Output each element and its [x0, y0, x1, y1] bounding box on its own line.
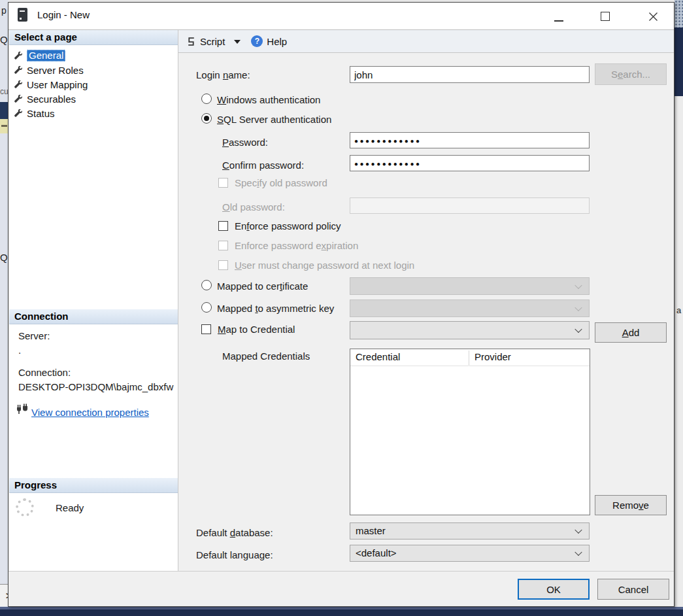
- window-title: Login - New: [37, 9, 90, 20]
- mapped-to-asymmetric-key-label[interactable]: Mapped to asymmetric key: [217, 303, 334, 314]
- script-icon: [186, 37, 196, 46]
- background-status-bar: [0, 607, 683, 616]
- script-button[interactable]: Script: [186, 36, 225, 47]
- sidebar-item-status[interactable]: Status: [9, 106, 178, 120]
- specify-old-password-label: Specify old password: [235, 177, 327, 188]
- background-fragment: cu: [0, 87, 8, 96]
- server-value: .: [18, 345, 21, 356]
- close-button[interactable]: [637, 3, 669, 30]
- help-button-label: Help: [267, 36, 287, 47]
- background-fragment: Q: [0, 34, 8, 45]
- mapped-to-asymmetric-key-radio[interactable]: [201, 302, 212, 313]
- sidebar-divider: [178, 30, 178, 571]
- windows-authentication-radio[interactable]: [201, 94, 212, 104]
- sidebar-item-label: General: [27, 50, 65, 61]
- select-a-page-header: Select a page: [9, 30, 178, 45]
- must-change-password-checkbox: [218, 260, 228, 270]
- enforce-password-expiration-checkbox: [218, 241, 228, 250]
- chevron-down-icon: [575, 281, 582, 288]
- default-language-label: Default language:: [196, 549, 273, 560]
- progress-status: Ready: [56, 502, 84, 513]
- screen: p Q cu Q > a DI Login - New Select a pag…: [0, 0, 683, 616]
- must-change-password-label: User must change password at next login: [235, 260, 414, 271]
- progress-header: Progress: [9, 478, 178, 493]
- background-fragment: Q: [0, 252, 8, 263]
- certificate-combobox: [350, 277, 590, 295]
- map-to-credential-checkbox[interactable]: [201, 324, 211, 334]
- default-language-combobox[interactable]: <default>: [350, 545, 590, 562]
- login-name-input[interactable]: [350, 66, 590, 83]
- enforce-password-expiration-label: Enforce password expiration: [235, 240, 358, 251]
- mapped-to-certificate-label[interactable]: Mapped to certificate: [217, 281, 308, 292]
- chevron-down-icon: [575, 303, 582, 311]
- dialog-toolbar: Script ? Help: [178, 30, 674, 53]
- login-name-label: Login name:: [196, 69, 250, 80]
- view-connection-properties-link[interactable]: View connection properties: [31, 407, 149, 418]
- enforce-password-policy-label[interactable]: Enforce password policy: [235, 220, 341, 231]
- connection-header: Connection: [9, 309, 178, 324]
- help-icon: ?: [251, 35, 263, 47]
- background-fragment: [675, 27, 683, 96]
- sidebar-item-securables[interactable]: Securables: [9, 92, 178, 106]
- mapped-credentials-table[interactable]: Credential Provider: [350, 349, 590, 515]
- old-password-input: [350, 197, 590, 214]
- mapped-to-certificate-radio[interactable]: [201, 280, 212, 290]
- sidebar-item-server-roles[interactable]: Server Roles: [9, 63, 178, 77]
- wrench-icon: [14, 65, 23, 75]
- script-button-label: Script: [200, 36, 225, 47]
- sidebar-item-label: User Mapping: [27, 79, 88, 90]
- footer-divider: [8, 571, 674, 572]
- connection-panel: [9, 324, 178, 478]
- sidebar-item-general[interactable]: General: [9, 48, 178, 63]
- password-input[interactable]: ●●●●●●●●●●●●: [350, 132, 590, 148]
- default-language-value: <default>: [356, 547, 397, 558]
- column-divider: [469, 351, 469, 366]
- confirm-password-input[interactable]: ●●●●●●●●●●●●: [350, 155, 590, 171]
- maximize-icon: [601, 12, 610, 21]
- specify-old-password-checkbox: [218, 178, 228, 188]
- enforce-password-policy-checkbox[interactable]: [218, 221, 228, 231]
- sidebar-item-label: Server Roles: [27, 65, 84, 76]
- sidebar-item-label: Status: [27, 108, 55, 119]
- connection-label: Connection:: [18, 367, 71, 378]
- asymmetric-key-combobox: [350, 299, 590, 317]
- default-database-value: master: [356, 525, 386, 536]
- chevron-down-icon: [234, 40, 241, 47]
- old-password-label: Old password:: [222, 201, 285, 213]
- cancel-button[interactable]: Cancel: [597, 579, 669, 600]
- mapped-credentials-label: Mapped Credentials: [222, 351, 310, 362]
- connection-properties-icon: [15, 403, 29, 415]
- sql-server-authentication-radio[interactable]: [201, 113, 212, 124]
- password-label: Password:: [222, 137, 268, 148]
- background-splitter-grip: [675, 0, 683, 27]
- credential-combobox[interactable]: [350, 321, 590, 339]
- chevron-down-icon: [575, 549, 582, 556]
- confirm-password-label: Confirm password:: [222, 160, 304, 171]
- maximize-button[interactable]: [589, 3, 622, 30]
- server-label: Server:: [18, 330, 50, 341]
- remove-button[interactable]: Remove: [595, 495, 667, 515]
- close-icon: [648, 12, 658, 22]
- map-to-credential-label[interactable]: Map to Credential: [218, 324, 295, 335]
- credential-column-header[interactable]: Credential: [350, 349, 469, 366]
- minimize-button[interactable]: [542, 3, 575, 30]
- windows-authentication-label[interactable]: Windows authentication: [217, 94, 320, 105]
- background-right-strip: a DI: [675, 96, 683, 616]
- chevron-down-icon: [575, 526, 582, 534]
- add-button[interactable]: Add: [595, 322, 667, 343]
- help-button[interactable]: ? Help: [251, 35, 287, 47]
- progress-panel: [9, 493, 178, 571]
- default-database-combobox[interactable]: master: [350, 522, 590, 539]
- ok-button[interactable]: OK: [518, 579, 590, 600]
- provider-column-header[interactable]: Provider: [469, 349, 590, 366]
- wrench-icon: [14, 80, 23, 89]
- default-database-label: Default database:: [196, 527, 273, 538]
- sidebar-item-user-mapping[interactable]: User Mapping: [9, 77, 178, 92]
- sql-server-authentication-label[interactable]: SQL Server authentication: [217, 114, 331, 125]
- background-fragment: p: [1, 5, 7, 16]
- minimize-icon: [554, 20, 563, 22]
- sidebar-item-label: Securables: [27, 94, 76, 105]
- progress-spinner-icon: [16, 498, 34, 517]
- script-dropdown-button[interactable]: [234, 36, 241, 47]
- wrench-icon: [14, 51, 23, 60]
